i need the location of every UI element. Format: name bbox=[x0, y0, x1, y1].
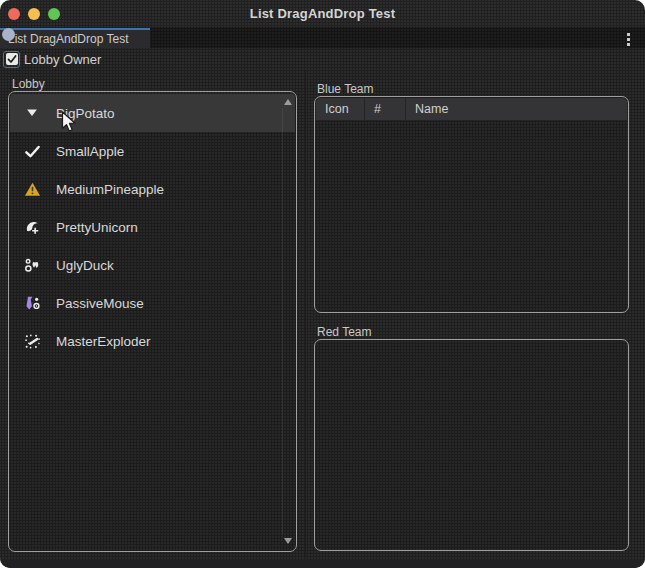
duck-claw-icon bbox=[23, 256, 41, 274]
dropdown-triangle-icon bbox=[23, 104, 41, 122]
column-header-icon[interactable]: Icon bbox=[316, 98, 365, 120]
tab-drag-dot-icon bbox=[2, 28, 15, 41]
list-item[interactable]: UglyDuck bbox=[10, 246, 295, 284]
kebab-menu-icon[interactable] bbox=[621, 31, 635, 47]
scroll-down-icon[interactable] bbox=[284, 538, 292, 544]
lobby-owner-checkbox[interactable] bbox=[3, 51, 20, 68]
check-icon bbox=[23, 142, 41, 160]
scroll-up-icon[interactable] bbox=[284, 99, 292, 105]
list-item-label: PrettyUnicorn bbox=[56, 220, 138, 235]
app-window: List DragAndDrop Test List DragAndDrop T… bbox=[0, 0, 645, 568]
list-item[interactable]: MasterExploder bbox=[10, 322, 295, 360]
titlebar: List DragAndDrop Test bbox=[0, 0, 645, 28]
blue-team-header-row: Icon#Name bbox=[316, 98, 627, 121]
list-item[interactable]: PassiveMouse bbox=[10, 284, 295, 322]
tab-list-draganddrop-test[interactable]: List DragAndDrop Test bbox=[0, 28, 150, 48]
list-item-label: PassiveMouse bbox=[56, 296, 144, 311]
lobby-owner-row: Lobby Owner bbox=[0, 48, 645, 70]
zoom-button[interactable] bbox=[48, 8, 60, 20]
blue-team-listbox: Icon#Name bbox=[314, 96, 629, 313]
lobby-listbox: BigPotato SmallApple MediumPineapple Pre… bbox=[8, 91, 297, 552]
window-bottom-edge bbox=[0, 559, 645, 568]
minimize-button[interactable] bbox=[28, 8, 40, 20]
unicorn-icon bbox=[23, 218, 41, 236]
tab-label: List DragAndDrop Test bbox=[8, 32, 129, 46]
checkmark-icon bbox=[6, 53, 18, 65]
blue-team-label: Blue Team bbox=[317, 82, 373, 96]
list-item[interactable]: BigPotato bbox=[10, 94, 295, 132]
pane-divider[interactable] bbox=[305, 70, 306, 558]
list-item-label: UglyDuck bbox=[56, 258, 114, 273]
red-team-listbox bbox=[314, 339, 629, 551]
lobby-owner-label: Lobby Owner bbox=[24, 52, 101, 67]
tabbar: List DragAndDrop Test bbox=[0, 28, 645, 48]
close-button[interactable] bbox=[8, 8, 20, 20]
column-header-name[interactable]: Name bbox=[406, 98, 627, 120]
window-title: List DragAndDrop Test bbox=[250, 6, 396, 21]
list-item[interactable]: PrettyUnicorn bbox=[10, 208, 295, 246]
purple-tie-icon bbox=[23, 294, 41, 312]
list-item-label: BigPotato bbox=[56, 106, 115, 121]
column-header-[interactable]: # bbox=[365, 98, 406, 120]
red-team-label: Red Team bbox=[317, 325, 371, 339]
lobby-list: BigPotato SmallApple MediumPineapple Pre… bbox=[10, 93, 295, 550]
list-item[interactable]: MediumPineapple bbox=[10, 170, 295, 208]
sparkle-wand-icon bbox=[23, 332, 41, 350]
lobby-label: Lobby bbox=[12, 77, 45, 91]
list-item-label: MediumPineapple bbox=[56, 182, 164, 197]
warning-icon bbox=[23, 180, 41, 198]
list-item[interactable]: SmallApple bbox=[10, 132, 295, 170]
list-item-label: MasterExploder bbox=[56, 334, 151, 349]
lobby-scrollbar[interactable] bbox=[282, 94, 294, 549]
list-item-label: SmallApple bbox=[56, 144, 124, 159]
traffic-lights bbox=[8, 8, 60, 20]
